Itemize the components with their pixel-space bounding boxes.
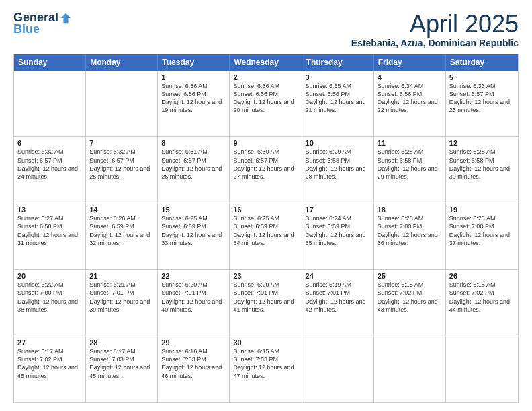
calendar-cell: 1Sunrise: 6:36 AM Sunset: 6:56 PM Daylig… bbox=[158, 71, 230, 137]
cell-day-number: 29 bbox=[161, 338, 226, 347]
calendar-cell: 10Sunrise: 6:29 AM Sunset: 6:58 PM Dayli… bbox=[302, 137, 374, 203]
cell-day-number: 13 bbox=[17, 205, 82, 214]
cell-day-number: 7 bbox=[89, 139, 154, 147]
cell-info: Sunrise: 6:29 AM Sunset: 6:58 PM Dayligh… bbox=[306, 148, 370, 181]
calendar-cell: 7Sunrise: 6:32 AM Sunset: 6:57 PM Daylig… bbox=[86, 137, 158, 203]
cell-info: Sunrise: 6:17 AM Sunset: 7:02 PM Dayligh… bbox=[17, 347, 82, 380]
cell-day-number: 30 bbox=[233, 338, 298, 347]
cell-info: Sunrise: 6:23 AM Sunset: 7:00 PM Dayligh… bbox=[378, 214, 442, 247]
cell-day-number: 8 bbox=[161, 139, 226, 147]
calendar-cell: 25Sunrise: 6:18 AM Sunset: 7:02 PM Dayli… bbox=[374, 270, 446, 336]
cell-info: Sunrise: 6:18 AM Sunset: 7:02 PM Dayligh… bbox=[378, 281, 442, 314]
cell-day-number: 6 bbox=[17, 139, 82, 147]
cell-info: Sunrise: 6:17 AM Sunset: 7:03 PM Dayligh… bbox=[89, 347, 154, 380]
cell-info: Sunrise: 6:33 AM Sunset: 6:57 PM Dayligh… bbox=[449, 82, 515, 115]
logo-icon bbox=[60, 12, 72, 24]
cell-day-number: 11 bbox=[378, 139, 442, 147]
calendar-cell: 21Sunrise: 6:21 AM Sunset: 7:01 PM Dayli… bbox=[86, 270, 158, 336]
header-day-tuesday: Tuesday bbox=[158, 54, 230, 71]
calendar: SundayMondayTuesdayWednesdayThursdayFrid… bbox=[13, 54, 519, 403]
calendar-cell: 9Sunrise: 6:30 AM Sunset: 6:57 PM Daylig… bbox=[230, 137, 302, 203]
logo-blue-text: Blue bbox=[13, 22, 40, 36]
calendar-cell: 26Sunrise: 6:18 AM Sunset: 7:02 PM Dayli… bbox=[446, 270, 518, 336]
header-day-monday: Monday bbox=[86, 54, 158, 71]
cell-day-number: 20 bbox=[17, 272, 82, 280]
cell-day-number: 17 bbox=[306, 205, 370, 214]
cell-day-number: 24 bbox=[306, 272, 370, 280]
svg-marker-0 bbox=[61, 13, 71, 22]
cell-day-number: 18 bbox=[378, 205, 442, 214]
cell-day-number: 28 bbox=[89, 338, 154, 347]
cell-day-number: 2 bbox=[233, 73, 298, 81]
calendar-row-3: 20Sunrise: 6:22 AM Sunset: 7:00 PM Dayli… bbox=[14, 269, 518, 336]
cell-info: Sunrise: 6:30 AM Sunset: 6:57 PM Dayligh… bbox=[233, 148, 298, 181]
cell-info: Sunrise: 6:34 AM Sunset: 6:56 PM Dayligh… bbox=[378, 82, 442, 115]
cell-day-number: 1 bbox=[161, 73, 226, 81]
cell-day-number: 12 bbox=[449, 139, 515, 147]
cell-info: Sunrise: 6:36 AM Sunset: 6:56 PM Dayligh… bbox=[233, 82, 298, 115]
cell-info: Sunrise: 6:32 AM Sunset: 6:57 PM Dayligh… bbox=[89, 148, 154, 181]
cell-info: Sunrise: 6:28 AM Sunset: 6:58 PM Dayligh… bbox=[449, 148, 515, 181]
header-day-sunday: Sunday bbox=[14, 54, 86, 71]
cell-info: Sunrise: 6:26 AM Sunset: 6:59 PM Dayligh… bbox=[89, 214, 154, 247]
calendar-row-1: 6Sunrise: 6:32 AM Sunset: 6:57 PM Daylig… bbox=[14, 136, 518, 203]
calendar-cell: 18Sunrise: 6:23 AM Sunset: 7:00 PM Dayli… bbox=[374, 203, 446, 269]
calendar-cell: 4Sunrise: 6:34 AM Sunset: 6:56 PM Daylig… bbox=[374, 71, 446, 137]
header-day-saturday: Saturday bbox=[446, 54, 518, 71]
calendar-header: SundayMondayTuesdayWednesdayThursdayFrid… bbox=[14, 54, 518, 71]
month-title: April 2025 bbox=[351, 11, 519, 38]
cell-info: Sunrise: 6:19 AM Sunset: 7:01 PM Dayligh… bbox=[306, 281, 370, 314]
calendar-cell: 15Sunrise: 6:25 AM Sunset: 6:59 PM Dayli… bbox=[158, 203, 230, 269]
cell-info: Sunrise: 6:21 AM Sunset: 7:01 PM Dayligh… bbox=[89, 281, 154, 314]
cell-day-number: 4 bbox=[378, 73, 442, 81]
calendar-cell bbox=[14, 71, 86, 137]
cell-info: Sunrise: 6:36 AM Sunset: 6:56 PM Dayligh… bbox=[161, 82, 226, 115]
cell-info: Sunrise: 6:20 AM Sunset: 7:01 PM Dayligh… bbox=[161, 281, 226, 314]
cell-day-number: 23 bbox=[233, 272, 298, 280]
calendar-cell: 27Sunrise: 6:17 AM Sunset: 7:02 PM Dayli… bbox=[14, 336, 86, 402]
cell-day-number: 9 bbox=[233, 139, 298, 147]
cell-day-number: 10 bbox=[306, 139, 370, 147]
calendar-row-4: 27Sunrise: 6:17 AM Sunset: 7:02 PM Dayli… bbox=[14, 336, 518, 402]
calendar-row-2: 13Sunrise: 6:27 AM Sunset: 6:58 PM Dayli… bbox=[14, 203, 518, 269]
cell-info: Sunrise: 6:25 AM Sunset: 6:59 PM Dayligh… bbox=[161, 214, 226, 247]
cell-day-number: 27 bbox=[17, 338, 82, 347]
calendar-cell: 6Sunrise: 6:32 AM Sunset: 6:57 PM Daylig… bbox=[14, 137, 86, 203]
location-title: Estebania, Azua, Dominican Republic bbox=[351, 38, 519, 48]
header-day-friday: Friday bbox=[374, 54, 446, 71]
calendar-cell: 16Sunrise: 6:25 AM Sunset: 6:59 PM Dayli… bbox=[230, 203, 302, 269]
cell-info: Sunrise: 6:16 AM Sunset: 7:03 PM Dayligh… bbox=[161, 347, 226, 380]
cell-info: Sunrise: 6:31 AM Sunset: 6:57 PM Dayligh… bbox=[161, 148, 226, 181]
calendar-row-0: 1Sunrise: 6:36 AM Sunset: 6:56 PM Daylig… bbox=[14, 71, 518, 137]
calendar-cell: 2Sunrise: 6:36 AM Sunset: 6:56 PM Daylig… bbox=[230, 71, 302, 137]
cell-info: Sunrise: 6:25 AM Sunset: 6:59 PM Dayligh… bbox=[233, 214, 298, 247]
calendar-body: 1Sunrise: 6:36 AM Sunset: 6:56 PM Daylig… bbox=[14, 71, 518, 402]
cell-info: Sunrise: 6:22 AM Sunset: 7:00 PM Dayligh… bbox=[17, 281, 82, 314]
calendar-cell: 14Sunrise: 6:26 AM Sunset: 6:59 PM Dayli… bbox=[86, 203, 158, 269]
calendar-cell: 30Sunrise: 6:15 AM Sunset: 7:03 PM Dayli… bbox=[230, 336, 302, 402]
cell-day-number: 16 bbox=[233, 205, 298, 214]
header: General Blue April 2025 Estebania, Azua,… bbox=[13, 11, 519, 48]
cell-day-number: 25 bbox=[378, 272, 442, 280]
cell-day-number: 19 bbox=[449, 205, 515, 214]
calendar-cell: 11Sunrise: 6:28 AM Sunset: 6:58 PM Dayli… bbox=[374, 137, 446, 203]
page: General Blue April 2025 Estebania, Azua,… bbox=[0, 0, 532, 411]
cell-day-number: 14 bbox=[89, 205, 154, 214]
cell-day-number: 26 bbox=[449, 272, 515, 280]
calendar-cell bbox=[86, 71, 158, 137]
cell-info: Sunrise: 6:15 AM Sunset: 7:03 PM Dayligh… bbox=[233, 347, 298, 380]
calendar-cell: 19Sunrise: 6:23 AM Sunset: 7:00 PM Dayli… bbox=[446, 203, 518, 269]
cell-info: Sunrise: 6:23 AM Sunset: 7:00 PM Dayligh… bbox=[449, 214, 515, 247]
calendar-cell: 24Sunrise: 6:19 AM Sunset: 7:01 PM Dayli… bbox=[302, 270, 374, 336]
calendar-cell: 29Sunrise: 6:16 AM Sunset: 7:03 PM Dayli… bbox=[158, 336, 230, 402]
calendar-cell: 20Sunrise: 6:22 AM Sunset: 7:00 PM Dayli… bbox=[14, 270, 86, 336]
calendar-cell: 22Sunrise: 6:20 AM Sunset: 7:01 PM Dayli… bbox=[158, 270, 230, 336]
calendar-cell: 3Sunrise: 6:35 AM Sunset: 6:56 PM Daylig… bbox=[302, 71, 374, 137]
cell-info: Sunrise: 6:20 AM Sunset: 7:01 PM Dayligh… bbox=[233, 281, 298, 314]
calendar-cell bbox=[374, 336, 446, 402]
cell-day-number: 15 bbox=[161, 205, 226, 214]
calendar-cell: 23Sunrise: 6:20 AM Sunset: 7:01 PM Dayli… bbox=[230, 270, 302, 336]
header-day-wednesday: Wednesday bbox=[230, 54, 302, 71]
calendar-cell: 17Sunrise: 6:24 AM Sunset: 6:59 PM Dayli… bbox=[302, 203, 374, 269]
cell-day-number: 5 bbox=[449, 73, 515, 81]
